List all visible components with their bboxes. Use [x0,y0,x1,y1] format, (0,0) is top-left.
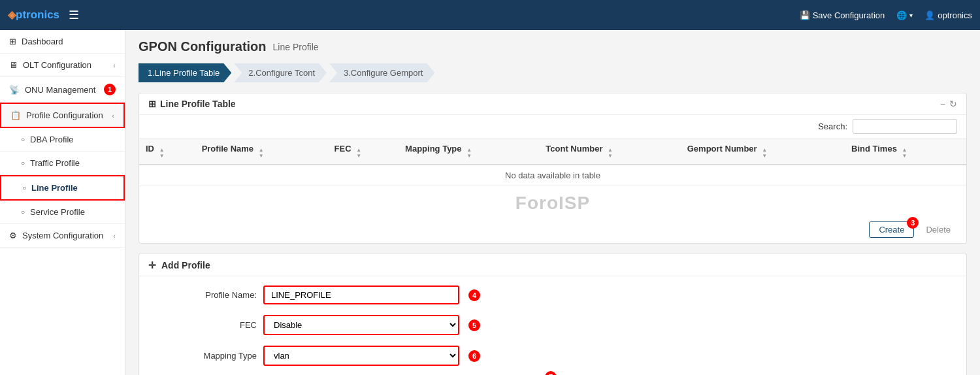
user-icon: 👤 [924,10,935,20]
no-data-message: No data available in table [139,165,966,186]
col-profile-name[interactable]: Profile Name ▲▼ [195,139,328,165]
col-mapping-type[interactable]: Mapping Type ▲▼ [399,139,539,165]
sidebar-item-dashboard[interactable]: ⊞ Dashboard [0,30,125,54]
sidebar-item-dba-profile[interactable]: ○ DBA Profile [0,128,125,152]
delete-button[interactable]: Delete [919,221,957,238]
traffic-circle-icon: ○ [21,159,25,167]
hamburger-icon[interactable]: ☰ [69,8,79,22]
fec-label: FEC [152,320,257,330]
col-profile-name-label: Profile Name [202,144,253,154]
main-layout: ⊞ Dashboard 🖥 OLT Configuration ‹ 📡 ONU … [0,30,980,375]
mapping-type-select[interactable]: vlan gem priority [263,346,459,366]
sidebar-item-olt-config[interactable]: 🖥 OLT Configuration ‹ [0,54,125,77]
sort-icon-gemport: ▲▼ [762,147,767,159]
page-subtitle: Line Profile [273,42,319,52]
sidebar-item-label: Traffic Profile [30,158,80,168]
col-id[interactable]: ID ▲▼ [139,139,195,165]
refresh-button[interactable]: ↻ [949,99,957,109]
sidebar-item-traffic-profile[interactable]: ○ Traffic Profile [0,152,125,175]
mapping-type-badge: 6 [468,350,480,362]
minimize-button[interactable]: − [940,99,945,109]
sidebar-item-label: System Configuration [22,231,103,240]
sidebar-item-system-config[interactable]: ⚙ System Configuration ‹ [0,224,125,248]
sort-icon-profile-name: ▲▼ [259,147,264,159]
add-profile-form: Profile Name: 4 FEC Disable Enable 5 Map… [139,276,966,375]
wizard-step-3-label: 3.Configure Gemport [344,68,423,78]
main-content: GPON Configuration Line Profile 1.Line P… [125,30,980,375]
onu-icon: 📡 [9,85,20,95]
create-button[interactable]: Create 3 [869,221,914,238]
olt-chevron-icon: ‹ [113,61,116,69]
col-id-label: ID [146,144,154,154]
user-menu[interactable]: 👤 optronics [924,10,972,20]
search-input[interactable] [853,119,957,134]
dashboard-icon: ⊞ [9,37,16,46]
table-bottom-actions: Create 3 Delete [139,216,966,243]
sidebar-item-label: Line Profile [31,183,78,193]
create-btn-label: Create [879,225,904,235]
profile-name-label: Profile Name: [152,290,257,300]
sidebar-item-line-profile[interactable]: ○ Line Profile [0,175,125,201]
save-config-label: Save Configuration [813,10,885,20]
page-header: GPON Configuration Line Profile [139,39,967,54]
sort-icon-bind-times: ▲▼ [902,147,907,159]
watermark: ForoISP [139,186,966,216]
line-profile-table: ID ▲▼ Profile Name ▲▼ FEC ▲▼ Mapping T [139,139,966,186]
card-header: ⊞ Line Profile Table − ↻ [139,93,966,115]
page-title: GPON Configuration [139,39,267,54]
profile-config-chevron-icon: ‹ [112,112,114,120]
sidebar-item-label: DBA Profile [30,135,73,144]
onu-badge: 1 [104,84,116,95]
sidebar: ⊞ Dashboard 🖥 OLT Configuration ‹ 📡 ONU … [0,30,125,375]
col-fec[interactable]: FEC ▲▼ [328,139,399,165]
sort-icon-mapping-type: ▲▼ [466,147,472,159]
col-gemport-number-label: Gemport Number [687,144,757,154]
add-profile-icon: ✛ [148,260,156,270]
save-configuration-button[interactable]: 💾 Save Configuration [800,10,885,20]
submit-badge: 7 [545,371,557,375]
navbar-left: ◈ptronics ☰ [8,8,79,22]
profile-config-icon: 📋 [10,110,21,120]
table-title-label: Line Profile Table [160,99,236,109]
language-selector[interactable]: 🌐 ▾ [896,10,913,20]
fec-select[interactable]: Disable Enable [263,315,459,335]
col-tcont-number-label: Tcont Number [546,144,602,154]
username-label: optronics [938,10,972,20]
sidebar-item-label: ONU Management [25,85,95,95]
wizard-step-2-label: 2.Configure Tcont [248,68,315,78]
card-title: ⊞ Line Profile Table [148,99,236,109]
add-profile-card: ✛ Add Profile Profile Name: 4 FEC Disabl… [139,253,967,375]
wizard-step-1[interactable]: 1.Line Profile Table [139,63,231,82]
navbar-logo: ◈ptronics [8,8,59,22]
mapping-type-label: Mapping Type [152,351,257,361]
search-label: Search: [818,122,847,131]
sidebar-item-onu-mgmt[interactable]: 📡 ONU Management 1 [0,77,125,103]
line-profile-table-card: ⊞ Line Profile Table − ↻ Search: ID [139,93,967,244]
mapping-type-row: Mapping Type vlan gem priority 6 [152,346,953,366]
sort-icon-id: ▲▼ [159,147,165,159]
sidebar-item-label: Profile Configuration [26,110,103,120]
table-icon: ⊞ [148,99,156,109]
wizard-step-2[interactable]: 2.Configure Tcont [234,63,327,82]
wizard-step-3[interactable]: 3.Configure Gemport [329,63,434,82]
col-bind-times[interactable]: Bind Times ▲▼ [845,139,966,165]
olt-icon: 🖥 [9,60,18,70]
delete-btn-label: Delete [926,225,951,235]
sidebar-item-service-profile[interactable]: ○ Service Profile [0,201,125,224]
sidebar-item-label: Dashboard [22,37,63,46]
wizard-steps: 1.Line Profile Table 2.Configure Tcont 3… [139,63,967,82]
profile-name-badge: 4 [468,289,480,301]
navbar: ◈ptronics ☰ 💾 Save Configuration 🌐 ▾ 👤 o… [0,0,980,30]
sidebar-item-profile-config[interactable]: 📋 Profile Configuration ‹ [0,103,125,128]
sort-icon-tcont: ▲▼ [608,147,613,159]
dba-circle-icon: ○ [21,136,25,143]
wizard-step-1-label: 1.Line Profile Table [148,68,220,78]
sidebar-item-label: OLT Configuration [23,60,91,70]
service-circle-icon: ○ [21,208,25,216]
profile-name-input[interactable] [263,285,459,304]
col-gemport-number[interactable]: Gemport Number ▲▼ [681,139,845,165]
add-profile-header: ✛ Add Profile [139,253,966,276]
sort-icon-fec: ▲▼ [356,147,361,159]
col-fec-label: FEC [335,144,351,154]
col-tcont-number[interactable]: Tcont Number ▲▼ [539,139,680,165]
